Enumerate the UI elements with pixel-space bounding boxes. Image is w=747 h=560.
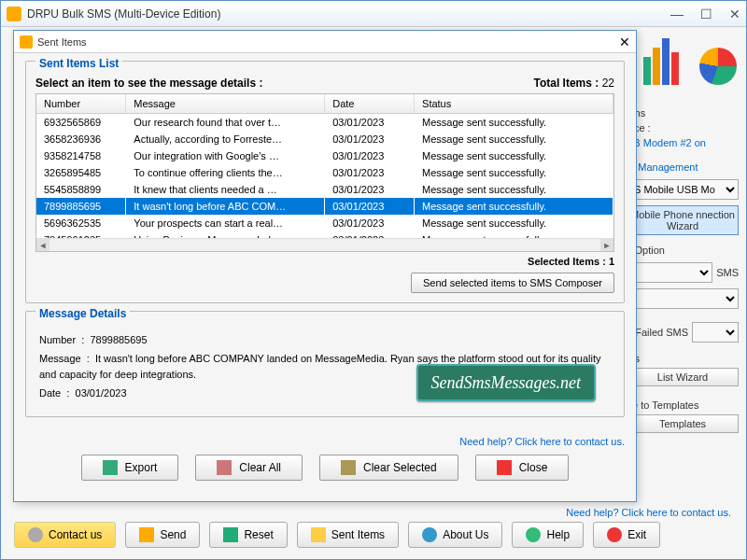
templates-button[interactable]: Templates <box>627 414 739 433</box>
send-icon <box>139 527 154 542</box>
minimize-button[interactable]: — <box>670 7 684 21</box>
app-title: DRPU Bulk SMS (Multi-Device Edition) <box>27 7 670 21</box>
list-header: Select an item to see the message detail… <box>35 77 614 90</box>
reset-button[interactable]: Reset <box>209 522 287 548</box>
scroll-right-arrow[interactable]: ► <box>600 239 613 252</box>
table-row[interactable]: 5545858899It knew that clients needed a … <box>36 181 613 198</box>
main-titlebar: DRPU Bulk SMS (Multi-Device Edition) — ☐… <box>1 1 746 27</box>
clear-selected-button[interactable]: Clear Selected <box>319 455 458 481</box>
dialog-icon <box>20 35 33 49</box>
maximize-button[interactable]: ☐ <box>700 7 712 21</box>
about-us-button[interactable]: About Us <box>408 522 502 548</box>
dialog-body: Sent Items List Select an item to see th… <box>14 53 636 432</box>
dialog-close-button[interactable]: ✕ <box>619 35 630 49</box>
device-label: vice : <box>627 122 739 133</box>
failed-sms-select[interactable] <box>692 322 739 343</box>
sms-blank-select[interactable] <box>627 288 739 309</box>
exit-icon <box>607 527 622 542</box>
table-row[interactable]: 5696362535Your prospects can start a rea… <box>36 215 613 231</box>
table-row[interactable]: 3265895485To continue offering clients t… <box>36 164 613 181</box>
select-prompt: Select an item to see the message detail… <box>35 77 262 90</box>
about-icon <box>422 527 437 542</box>
col-message[interactable]: Message <box>126 94 325 114</box>
chart-decoration <box>643 38 737 94</box>
help-icon <box>526 527 541 542</box>
clear-selected-icon <box>341 460 356 475</box>
right-panel: ions vice : SB Modem #2 on ta Management… <box>627 104 739 436</box>
list-wizard-button[interactable]: List Wizard <box>627 368 739 386</box>
sent-items-list-fieldset: Sent Items List Select an item to see th… <box>25 61 625 303</box>
send-to-composer-button[interactable]: Send selected items to SMS Composer <box>411 273 614 293</box>
table-row[interactable]: 3658236936Actually, according to Forrest… <box>36 131 613 147</box>
sent-items-dialog: Sent Items ✕ Sent Items List Select an i… <box>13 30 637 502</box>
items-table: Number Message Date Status 6932565869Our… <box>36 94 613 252</box>
watermark: SendSmsMessages.net <box>416 364 596 402</box>
connection-wizard-button[interactable]: Mobile Phone nnection Wizard <box>627 205 739 235</box>
contact-icon <box>28 527 43 542</box>
files-label: les <box>627 353 739 364</box>
details-number-row: Number : 7899885695 <box>39 332 611 349</box>
sms-suffix: SMS <box>716 267 739 278</box>
selected-items-count: Selected Items : 1 <box>35 256 614 267</box>
dialog-button-row: Export Clear All Clear Selected Close <box>14 447 636 488</box>
exit-button[interactable]: Exit <box>593 522 660 548</box>
main-help-link[interactable]: Need help? Click here to contact us. <box>566 507 731 518</box>
table-row[interactable]: 7899885695It wasn't long before ABC COM…… <box>36 198 613 215</box>
close-icon <box>497 460 512 475</box>
contact-us-button[interactable]: Contact us <box>14 522 116 548</box>
table-header-row: Number Message Date Status <box>36 94 613 114</box>
app-icon <box>7 7 21 21</box>
list-fieldset-title: Sent Items List <box>35 57 122 70</box>
clear-all-button[interactable]: Clear All <box>195 455 303 481</box>
total-items: Total Items : 22 <box>534 77 615 90</box>
send-button[interactable]: Send <box>125 522 200 548</box>
window-controls: — ☐ ✕ <box>670 7 740 21</box>
bottom-toolbar: Contact us Send Reset Sent Items About U… <box>14 522 733 548</box>
data-management-link[interactable]: ta Management <box>627 161 739 173</box>
table-row[interactable]: 6932565869Our research found that over t… <box>36 114 613 132</box>
items-table-wrap: Number Message Date Status 6932565869Our… <box>35 93 614 252</box>
dialog-title: Sent Items <box>37 36 619 48</box>
help-button[interactable]: Help <box>512 522 584 548</box>
export-icon <box>103 460 118 475</box>
templates-label: ge to Templates <box>627 399 739 411</box>
option-label: y Option <box>627 245 739 256</box>
options-label: ions <box>627 107 739 119</box>
col-date[interactable]: Date <box>325 94 415 114</box>
sent-items-icon <box>311 527 326 542</box>
reset-icon <box>223 527 238 542</box>
horizontal-scrollbar[interactable]: ◄ ► <box>36 238 613 251</box>
close-dialog-button[interactable]: Close <box>475 455 570 481</box>
col-number[interactable]: Number <box>36 94 126 114</box>
close-button[interactable]: ✕ <box>729 7 740 21</box>
scroll-left-arrow[interactable]: ◄ <box>36 239 49 252</box>
device-link[interactable]: SB Modem #2 on <box>627 137 739 148</box>
clear-all-icon <box>217 460 232 475</box>
sms-option-select[interactable] <box>627 262 712 283</box>
device-select[interactable]: S Mobile USB Mo <box>627 179 739 200</box>
col-status[interactable]: Status <box>415 94 613 114</box>
export-button[interactable]: Export <box>81 455 179 481</box>
sent-items-button[interactable]: Sent Items <box>297 522 399 548</box>
details-fieldset-title: Message Details <box>35 307 130 320</box>
dialog-help-link[interactable]: Need help? Click here to contact us. <box>14 436 625 447</box>
dialog-titlebar: Sent Items ✕ <box>14 31 636 53</box>
table-row[interactable]: 9358214758Our integration with Google's … <box>36 147 613 164</box>
message-details-fieldset: Message Details Number : 7899885695 Mess… <box>25 311 625 417</box>
